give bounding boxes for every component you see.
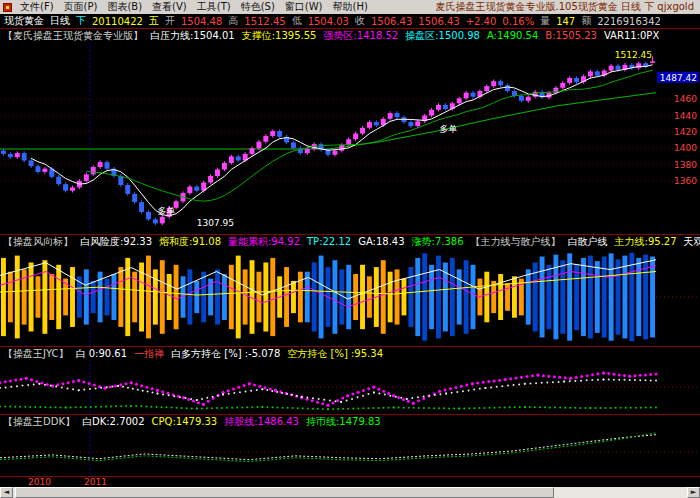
scrollbar-track[interactable] xyxy=(13,487,687,498)
indicator-readout: 一指禅 xyxy=(134,347,164,360)
svg-text:1380: 1380 xyxy=(674,160,697,170)
indicator-readout: 空方持仓 [%] :95.34 xyxy=(287,347,383,360)
low-label: 低 xyxy=(292,14,302,28)
indicator-readout: 【操盘风向标】 xyxy=(3,235,73,248)
volume-value: 147 xyxy=(556,16,575,27)
horizontal-scrollbar[interactable]: ◄ ► xyxy=(0,487,700,498)
change-percent: 0.16% xyxy=(502,16,534,27)
indicator-readout: 【主力线与散户线】 xyxy=(471,235,561,248)
close-label: 收 xyxy=(355,14,365,28)
open-value: 1504.48 xyxy=(181,16,222,27)
indicator-readout: 支撑位:1395.55 xyxy=(242,29,317,42)
change-value: +2.40 xyxy=(466,16,497,27)
wind-chart-canvas[interactable] xyxy=(0,248,700,346)
year-label: 2010 xyxy=(28,477,51,487)
indicator-readout: 持股线:1486.43 xyxy=(224,415,299,428)
svg-text:1420: 1420 xyxy=(674,127,697,137)
menu-item-file[interactable]: 文件(F) xyxy=(15,0,59,14)
svg-text:多单: 多单 xyxy=(440,124,458,134)
menu-item-view[interactable]: 查看(V) xyxy=(147,0,192,14)
ddk-panel-title: 【操盘王DDK】白DK:2.7002CPQ:1479.33持股线:1486.43… xyxy=(0,415,700,428)
indicator-readout: 天双:95 xyxy=(684,235,700,248)
indicator-readout: 熔和度:91.08 xyxy=(159,235,221,248)
indicator-readout: 白风险度:92.33 xyxy=(80,235,152,248)
indicator-readout: 涨势:7.386 xyxy=(412,235,464,248)
wind-panel-title: 【操盘风向标】白风险度:92.33熔和度:91.08量能累积:94.92TP:2… xyxy=(0,235,700,248)
app-icon[interactable] xyxy=(3,3,12,12)
indicator-readout: 【操盘王JYC】 xyxy=(3,347,69,360)
amount-value: 2216916342 xyxy=(597,16,661,27)
indicator-readout: 量能累积:94.92 xyxy=(228,235,300,248)
indicator-readout: 白DK:2.7002 xyxy=(82,415,145,428)
indicator-readout: 白散户线 xyxy=(568,235,608,248)
menu-item-page[interactable]: 页面(P) xyxy=(59,0,103,14)
high-value: 1512.45 xyxy=(244,16,285,27)
svg-text:1487.42: 1487.42 xyxy=(660,73,697,83)
last-price-value: 1506.43 xyxy=(418,16,459,27)
jyc-chart-canvas[interactable] xyxy=(0,360,700,414)
trading-app-window: 文件(F)页面(P)图表(B)查看(V)工具(T)特色(S)窗口(W)帮助(H)… xyxy=(0,0,700,498)
time-axis: 20102011 xyxy=(0,476,700,487)
svg-text:1460: 1460 xyxy=(674,94,697,104)
indicator-readout: 白 0:90.61 xyxy=(76,347,128,360)
jyc-indicator-panel: 【操盘王JYC】白 0:90.61一指禅白多方持仓 [%] :-5.078空方持… xyxy=(0,346,700,414)
main-chart-panel: 【麦氏操盘王现货黄金专业版】白压力线:1504.01支撑位:1395.55强势区… xyxy=(0,28,700,234)
indicator-readout: 主力线:95.27 xyxy=(615,235,677,248)
jyc-panel-title: 【操盘王JYC】白 0:90.61一指禅白多方持仓 [%] :-5.078空方持… xyxy=(0,347,700,360)
high-label: 高 xyxy=(228,14,238,28)
svg-text:多单: 多单 xyxy=(157,206,175,216)
weekday-value: 五 xyxy=(149,14,159,28)
scroll-right-button[interactable]: ► xyxy=(687,487,700,498)
main-panel-title: 【麦氏操盘王现货黄金专业版】白压力线:1504.01支撑位:1395.55强势区… xyxy=(0,29,700,42)
indicator-readout: 【麦氏操盘王现货黄金专业版】 xyxy=(3,29,143,42)
indicator-readout: 操盘区:1500.98 xyxy=(405,29,480,42)
indicator-readout: 白压力线:1504.01 xyxy=(150,29,235,42)
period-label: 日线 xyxy=(50,14,70,28)
svg-text:1360: 1360 xyxy=(674,176,697,186)
indicator-readout: 白多方持仓 [%] :-5.078 xyxy=(171,347,280,360)
menu-item-window[interactable]: 窗口(W) xyxy=(280,0,328,14)
indicator-readout: A:1490.54 xyxy=(487,30,538,41)
menu-item-tools[interactable]: 工具(T) xyxy=(192,0,236,14)
menu-item-features[interactable]: 特色(S) xyxy=(236,0,280,14)
svg-text:1440: 1440 xyxy=(674,111,697,121)
indicator-readout: 强势区:1418.52 xyxy=(323,29,398,42)
svg-text:1307.95: 1307.95 xyxy=(197,218,234,228)
year-label: 2011 xyxy=(84,477,107,487)
scrollbar-thumb[interactable] xyxy=(15,487,554,498)
quote-bar: 现货黄金日线下20110422五开1504.48高1512.45低1504.03… xyxy=(0,14,700,28)
date-value: 20110422 xyxy=(92,16,143,27)
menu-bar: 文件(F)页面(P)图表(B)查看(V)工具(T)特色(S)窗口(W)帮助(H)… xyxy=(0,0,700,14)
volume-label: 量 xyxy=(540,14,550,28)
indicator-readout: 持币线:1479.83 xyxy=(306,415,381,428)
svg-text:1512.45: 1512.45 xyxy=(615,50,652,60)
menu-item-help[interactable]: 帮助(H) xyxy=(328,0,373,14)
document-title: 麦氏操盘王现货黄金专业版.105现货黄金 日线 下 qjxgold xyxy=(436,0,698,14)
close-value: 1506.43 xyxy=(371,16,412,27)
indicator-readout: B:1505.23 xyxy=(545,30,597,41)
amount-label: 额 xyxy=(581,14,591,28)
low-value: 1504.03 xyxy=(308,16,349,27)
scroll-left-button[interactable]: ◄ xyxy=(0,487,13,498)
main-chart-canvas[interactable]: 1360138014001420144014601512.451487.42多单… xyxy=(0,42,700,234)
symbol-name: 现货黄金 xyxy=(4,14,44,28)
svg-text:1400: 1400 xyxy=(674,143,697,153)
indicator-readout: TP:22.12 xyxy=(307,236,351,247)
indicator-readout: GA:18.43 xyxy=(358,236,404,247)
wind-indicator-panel: 【操盘风向标】白风险度:92.33熔和度:91.08量能累积:94.92TP:2… xyxy=(0,234,700,346)
indicator-readout: VAR11:0PX xyxy=(604,30,659,41)
ddk-indicator-panel: 【操盘王DDK】白DK:2.7002CPQ:1479.33持股线:1486.43… xyxy=(0,414,700,476)
menu-item-chart[interactable]: 图表(B) xyxy=(102,0,147,14)
page-indicator: 下 xyxy=(76,14,86,28)
open-label: 开 xyxy=(165,14,175,28)
ddk-chart-canvas[interactable] xyxy=(0,428,700,476)
indicator-readout: 【操盘王DDK】 xyxy=(3,415,75,428)
indicator-readout: CPQ:1479.33 xyxy=(152,416,218,427)
